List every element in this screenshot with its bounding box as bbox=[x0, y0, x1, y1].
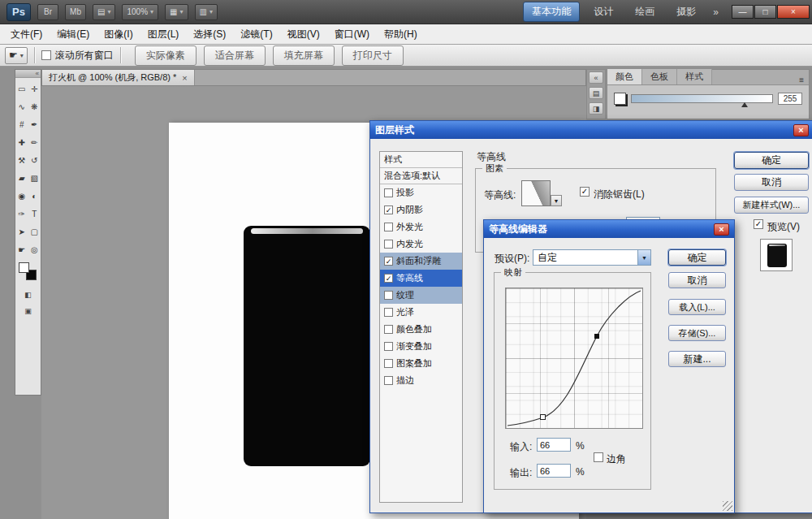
blur-tool[interactable]: ◉ bbox=[15, 187, 28, 205]
workspace-button-3[interactable]: 绘画 bbox=[627, 2, 663, 21]
color-slider-handle[interactable] bbox=[741, 102, 748, 107]
type-tool[interactable]: T bbox=[28, 205, 41, 223]
layer-style-item-8[interactable]: 光泽 bbox=[380, 304, 462, 321]
tab-close-icon[interactable]: × bbox=[182, 73, 187, 83]
contour-editor-close-button[interactable]: × bbox=[714, 223, 729, 236]
layer-style-item-checkbox[interactable] bbox=[384, 308, 393, 317]
preset-dropdown[interactable]: 自定 ▼ bbox=[533, 249, 651, 266]
close-button[interactable]: × bbox=[777, 5, 810, 19]
layer-style-item-checkbox[interactable] bbox=[384, 325, 393, 334]
layer-style-item-6[interactable]: ✓等高线 bbox=[380, 270, 462, 287]
load-button[interactable]: 载入(L)... bbox=[668, 299, 726, 315]
healing-brush-tool[interactable]: ✚ bbox=[15, 133, 28, 151]
layer-style-close-button[interactable]: × bbox=[793, 124, 809, 136]
layer-style-item-2[interactable]: ✓内阴影 bbox=[380, 201, 462, 218]
layer-style-item-checkbox[interactable] bbox=[384, 376, 393, 385]
layer-style-item-12[interactable]: 描边 bbox=[380, 372, 462, 389]
contour-curve-path[interactable] bbox=[508, 291, 641, 426]
layer-style-item-11[interactable]: 图案叠加 bbox=[380, 355, 462, 372]
print-size-button[interactable]: 打印尺寸 bbox=[342, 45, 404, 66]
history-panel-icon[interactable]: ▤ bbox=[589, 87, 603, 99]
color-swatch[interactable] bbox=[614, 93, 626, 105]
layer-style-item-checkbox[interactable] bbox=[384, 188, 393, 197]
panel-tab-1[interactable]: 颜色 bbox=[607, 69, 642, 84]
menu-item-4[interactable]: 图层(L) bbox=[140, 24, 187, 45]
arrange-documents-icon[interactable]: ▦▾ bbox=[165, 4, 188, 20]
path-selection-tool[interactable]: ➤ bbox=[15, 223, 28, 240]
menu-item-6[interactable]: 滤镜(T) bbox=[233, 24, 279, 45]
eyedropper-tool[interactable]: ✒ bbox=[28, 115, 41, 133]
dodge-tool[interactable]: ◐ bbox=[28, 187, 41, 205]
new-contour-button[interactable]: 新建... bbox=[668, 351, 726, 367]
menu-item-7[interactable]: 视图(V) bbox=[280, 24, 327, 45]
menu-item-2[interactable]: 编辑(E) bbox=[50, 24, 97, 45]
layer-style-item-checkbox[interactable] bbox=[384, 240, 393, 249]
curve-grid[interactable] bbox=[505, 288, 643, 429]
color-value[interactable]: 255 bbox=[778, 93, 802, 105]
standard-screen-icon[interactable]: ▣ bbox=[22, 305, 35, 317]
panel-tab-3[interactable]: 样式 bbox=[677, 69, 712, 84]
layer-style-item-7[interactable]: 纹理 bbox=[380, 287, 462, 304]
layer-style-item-checkbox[interactable]: ✓ bbox=[384, 205, 393, 214]
zoom-level-select[interactable]: 100%▾ bbox=[122, 4, 158, 20]
layer-style-item-5[interactable]: ✓斜面和浮雕 bbox=[380, 253, 462, 270]
layer-style-item-10[interactable]: 渐变叠加 bbox=[380, 338, 462, 355]
layer-style-ok-button[interactable]: 确定 bbox=[734, 152, 809, 169]
layer-style-item-checkbox[interactable] bbox=[384, 359, 393, 368]
foreground-color-swatch[interactable] bbox=[19, 262, 29, 273]
resize-grip[interactable] bbox=[723, 501, 732, 511]
scroll-all-windows-checkbox[interactable] bbox=[41, 50, 51, 60]
tool-preset-selector[interactable]: ☛ ▾ bbox=[5, 47, 28, 64]
input-value-field[interactable] bbox=[537, 438, 571, 452]
clone-stamp-tool[interactable]: ⚒ bbox=[15, 151, 28, 169]
preset-dropdown-arrow-icon[interactable]: ▼ bbox=[637, 250, 650, 265]
contour-ok-button[interactable]: 确定 bbox=[668, 249, 726, 266]
styles-list-header[interactable]: 样式 bbox=[380, 152, 462, 168]
minimize-button[interactable]: — bbox=[732, 5, 754, 19]
layer-style-titlebar[interactable]: 图层样式 × bbox=[370, 121, 812, 139]
layer-style-item-4[interactable]: 内发光 bbox=[380, 236, 462, 253]
rectangular-marquee-tool[interactable]: ▭ bbox=[15, 80, 28, 97]
mini-bridge-icon[interactable]: Mb bbox=[65, 4, 86, 20]
contour-thumbnail[interactable] bbox=[521, 180, 551, 206]
workspace-button-active[interactable]: 基本功能 bbox=[523, 2, 580, 22]
expand-panels-icon[interactable]: « bbox=[589, 71, 603, 84]
hand-tool[interactable]: ☛ bbox=[15, 240, 28, 258]
new-style-button[interactable]: 新建样式(W)... bbox=[734, 197, 809, 214]
corner-checkbox[interactable] bbox=[594, 452, 603, 462]
anti-alias-checkbox[interactable]: ✓ bbox=[580, 187, 590, 197]
crop-tool[interactable]: # bbox=[15, 115, 28, 133]
eraser-tool[interactable]: ▰ bbox=[15, 169, 28, 187]
quick-mask-icon[interactable]: ◧ bbox=[22, 289, 35, 301]
layer-style-item-checkbox[interactable] bbox=[384, 291, 393, 300]
layer-style-item-9[interactable]: 颜色叠加 bbox=[380, 321, 462, 338]
menu-item-8[interactable]: 窗口(W) bbox=[327, 24, 377, 45]
blend-options-item[interactable]: 混合选项:默认 bbox=[380, 168, 462, 184]
bridge-icon[interactable]: Br bbox=[37, 4, 58, 20]
restore-button[interactable]: □ bbox=[754, 5, 776, 19]
pen-tool[interactable]: ✑ bbox=[15, 205, 28, 223]
menu-item-5[interactable]: 选择(S) bbox=[186, 24, 233, 45]
save-button[interactable]: 存储(S)... bbox=[668, 325, 726, 341]
contour-picker-arrow-icon[interactable]: ▼ bbox=[551, 195, 562, 206]
view-extras-icon[interactable]: ▤▾ bbox=[93, 4, 115, 20]
fill-screen-button[interactable]: 填充屏幕 bbox=[273, 45, 335, 66]
menu-item-1[interactable]: 文件(F) bbox=[3, 24, 50, 45]
layer-style-item-checkbox[interactable]: ✓ bbox=[384, 257, 393, 266]
output-value-field[interactable] bbox=[537, 464, 571, 478]
screen-mode-icon[interactable]: ▥▾ bbox=[195, 4, 218, 20]
layer-style-cancel-button[interactable]: 取消 bbox=[734, 174, 809, 191]
layer-style-item-checkbox[interactable]: ✓ bbox=[384, 274, 393, 283]
brush-tool[interactable]: ✏ bbox=[28, 133, 41, 151]
gradient-tool[interactable]: ▧ bbox=[28, 169, 41, 187]
document-tab[interactable]: 打火机 @ 100% (机身, RGB/8) * × bbox=[42, 70, 195, 85]
panel-menu-icon[interactable]: ≡ bbox=[794, 76, 809, 84]
curve-anchor-point[interactable] bbox=[541, 415, 546, 420]
layer-style-item-checkbox[interactable] bbox=[384, 342, 393, 351]
panel-tab-2[interactable]: 色板 bbox=[642, 69, 677, 84]
shape-tool[interactable]: ▢ bbox=[28, 223, 41, 240]
menu-item-3[interactable]: 图像(I) bbox=[97, 24, 140, 45]
toolbar-collapse-icon[interactable]: « bbox=[15, 70, 41, 78]
move-tool[interactable]: ✛ bbox=[28, 80, 41, 97]
contour-editor-titlebar[interactable]: 等高线编辑器 × bbox=[484, 220, 734, 238]
